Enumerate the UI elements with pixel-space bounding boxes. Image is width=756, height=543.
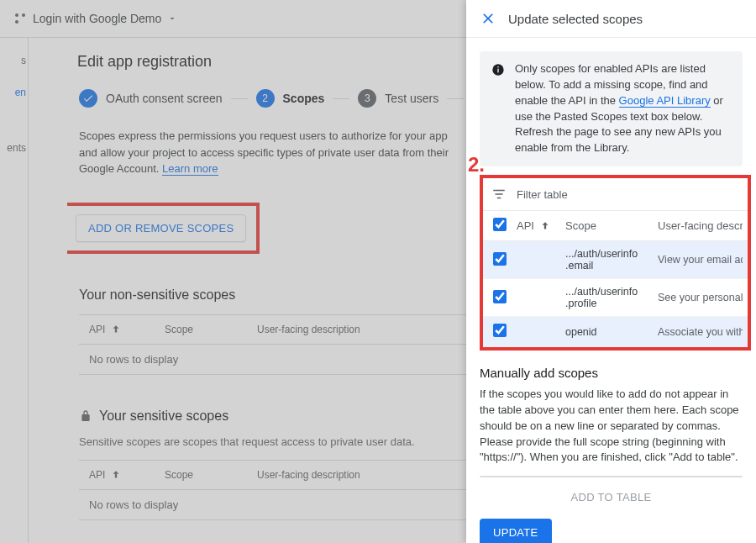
- add-to-table-button[interactable]: ADD TO TABLE: [480, 491, 743, 503]
- table-row[interactable]: openidAssociate you with your personal i…: [483, 317, 748, 347]
- table-row[interactable]: .../auth/userinfo.emailView your email a…: [483, 241, 748, 279]
- scope-cell: .../auth/userinfo.profile: [565, 286, 658, 309]
- panel-title: Update selected scopes: [508, 12, 643, 26]
- filter-icon: [491, 187, 507, 202]
- scopes-table-header: API Scope User-facing description: [483, 210, 748, 241]
- api-library-link[interactable]: Google API Library: [619, 94, 711, 108]
- info-icon: [491, 63, 505, 76]
- filter-placeholder: Filter table: [517, 188, 568, 201]
- select-all-checkbox[interactable]: [493, 218, 507, 231]
- desc-cell: View your email address: [658, 254, 743, 266]
- annotation-2-box: 2. Filter table API Scope User-facing de…: [480, 175, 751, 351]
- annotation-2: 2.: [468, 153, 485, 177]
- table-row[interactable]: .../auth/userinfo.profileSee your person…: [483, 279, 748, 317]
- manual-scopes-textarea[interactable]: [480, 476, 743, 477]
- svg-rect-5: [497, 66, 498, 67]
- desc-cell: See your personal info, including any pu…: [658, 292, 743, 303]
- manual-title: Manually add scopes: [480, 366, 743, 380]
- scope-cell: openid: [565, 326, 658, 338]
- svg-rect-4: [497, 69, 498, 73]
- scope-cell: .../auth/userinfo.email: [565, 248, 658, 272]
- row-checkbox[interactable]: [493, 290, 507, 303]
- update-scopes-panel: Update selected scopes Only scopes for e…: [466, 0, 756, 543]
- panel-info-box: Only scopes for enabled APIs are listed …: [480, 51, 743, 166]
- update-button[interactable]: UPDATE: [480, 519, 552, 543]
- sort-arrow-icon[interactable]: [539, 220, 551, 232]
- manual-text: If the scopes you would like to add do n…: [480, 387, 743, 466]
- filter-row[interactable]: Filter table: [483, 178, 748, 210]
- desc-cell: Associate you with your personal info: [658, 326, 743, 338]
- panel-header: Update selected scopes: [466, 0, 756, 38]
- close-icon[interactable]: [480, 10, 496, 27]
- row-checkbox[interactable]: [493, 324, 507, 337]
- row-checkbox[interactable]: [493, 252, 507, 266]
